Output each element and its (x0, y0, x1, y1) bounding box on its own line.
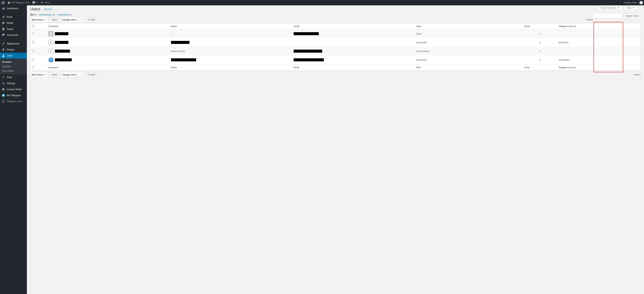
username-redacted (55, 41, 68, 44)
posts-count: 0 (539, 32, 540, 35)
menu-users[interactable]: Users (0, 53, 27, 59)
submenu-your-profile[interactable]: Your Profile (0, 69, 27, 73)
menu-appearance-label: Appearance (7, 42, 20, 45)
add-new-user-button[interactable]: Add New (42, 7, 54, 11)
posts-count-link[interactable]: 3 (539, 50, 540, 52)
user-avatar-icon (48, 48, 54, 54)
menu-appearance[interactable]: Appearance (0, 41, 27, 47)
help-toggle[interactable]: Help ▼ (624, 6, 637, 10)
main-wrap: Screen Options ▼ Help ▼ Users Add New Se… (27, 0, 644, 77)
submenu-all-users[interactable]: All Users (0, 60, 27, 64)
col-posts-foot: Posts (523, 64, 557, 70)
filter-all[interactable]: All (30, 13, 33, 16)
table-row: Subscriber 0 65220754 (30, 38, 640, 47)
plugin-icon (2, 48, 5, 51)
howdy-account[interactable]: Howdy, Admin i (622, 0, 644, 5)
apply-bulk-bottom[interactable]: Apply (50, 72, 59, 77)
row-checkbox[interactable] (32, 41, 34, 43)
media-icon (2, 21, 5, 25)
menu-users-label: Users (7, 54, 13, 57)
filter-administrator[interactable]: Administrator (39, 13, 52, 16)
items-count-bottom: 4 items (634, 73, 641, 76)
menu-comments[interactable]: Comments (0, 32, 27, 38)
page-title: Users (30, 7, 40, 12)
table-row: Subscriber 0 431582853 (30, 55, 640, 64)
change-role-bottom[interactable]: Change role to… (61, 72, 84, 77)
filter-sub-count: (2) (69, 13, 72, 16)
comment-icon (2, 33, 5, 37)
table-row: — None 0 (30, 29, 640, 38)
comments-count: 0 (36, 0, 38, 5)
change-role-button-top[interactable]: Change (86, 17, 97, 22)
comment-icon (32, 1, 36, 4)
col-telegram-foot: Telegram User ID (557, 64, 640, 70)
menu-pages-label: Pages (7, 28, 14, 30)
wp-logo[interactable] (0, 1, 6, 4)
admin-bar: WP Telegram Test 0 New Howdy, Admin i (0, 0, 644, 5)
menu-dashboard[interactable]: Dashboard (0, 5, 27, 11)
wrench-icon (2, 76, 5, 78)
username-redacted (55, 32, 68, 35)
new-content-link[interactable]: New (39, 0, 50, 5)
help-label: Help (626, 6, 631, 9)
submenu-users: All Users Add New Your Profile (0, 59, 27, 74)
site-title: WP Telegram Test (12, 0, 30, 5)
bulk-actions-bottom[interactable]: Bulk Actions (30, 72, 48, 77)
role-value: None (416, 32, 422, 35)
name-redacted (171, 58, 196, 61)
screen-options-toggle[interactable]: Screen Options ▼ (598, 6, 622, 10)
menu-posts-label: Posts (7, 15, 12, 18)
comments-link[interactable]: 0 (31, 0, 39, 5)
col-email[interactable]: Email (292, 23, 414, 29)
menu-posts[interactable]: Posts (0, 14, 27, 20)
apply-bulk-top[interactable]: Apply (50, 17, 59, 22)
menu-pages[interactable]: Pages (0, 26, 27, 32)
items-count-top: 4 items (586, 18, 593, 21)
menu-plugins-label: Plugins (7, 48, 14, 51)
name-redacted (171, 41, 190, 44)
row-checkbox[interactable] (32, 32, 34, 34)
filter-all-label: All (30, 13, 33, 16)
select-all-top[interactable] (32, 25, 34, 27)
email-redacted (294, 58, 324, 61)
table-row: Manzoor Wani Administrator 3 (30, 47, 640, 55)
tablenav-bottom: Bulk Actions Apply Change role to… Chang… (30, 72, 641, 77)
menu-media-label: Media (7, 22, 13, 24)
col-telegram: Telegram User ID (557, 23, 640, 29)
admin-menu: Dashboard Posts Media Pages Comments App… (0, 5, 27, 78)
menu-media[interactable]: Media (0, 20, 27, 26)
search-input[interactable] (593, 13, 623, 18)
menu-comments-label: Comments (7, 34, 18, 36)
screen-options-label: Screen Options (601, 6, 616, 9)
filter-sub-label: Subscriber (58, 13, 68, 16)
site-name-link[interactable]: WP Telegram Test (6, 0, 31, 5)
row-checkbox[interactable] (32, 58, 34, 61)
telegram-id-value: 65220754 (559, 41, 568, 44)
search-box: Search Users (593, 13, 641, 18)
page-icon (2, 27, 5, 31)
filter-all-count: (4) (34, 13, 36, 16)
filter-admin-label: Administrator (39, 13, 52, 16)
row-checkbox[interactable] (32, 50, 34, 52)
menu-plugins[interactable]: Plugins (0, 47, 27, 53)
col-username[interactable]: Username (46, 23, 169, 29)
username-redacted (55, 50, 70, 53)
col-username-foot[interactable]: Username (46, 64, 169, 70)
select-all-bottom[interactable] (32, 66, 34, 68)
change-role-top[interactable]: Change role to… (61, 17, 84, 22)
col-email-foot[interactable]: Email (292, 64, 414, 70)
menu-tools[interactable]: Tools (0, 74, 27, 78)
col-role-foot: Role (415, 64, 523, 70)
dashboard-icon (2, 7, 5, 10)
filter-subscriber[interactable]: Subscriber (58, 13, 68, 16)
plus-icon (40, 1, 44, 4)
name-value: Manzoor Wani (171, 50, 185, 52)
menu-tools-label: Tools (7, 76, 12, 78)
submenu-add-new[interactable]: Add New (0, 64, 27, 69)
change-role-button-bottom[interactable]: Change (86, 72, 97, 77)
menu-dashboard-label: Dashboard (7, 7, 18, 10)
bulk-actions-top[interactable]: Bulk Actions (30, 17, 48, 22)
user-avatar-icon (48, 31, 54, 36)
user-avatar-icon (48, 57, 54, 63)
search-users-button[interactable]: Search Users (624, 13, 641, 18)
